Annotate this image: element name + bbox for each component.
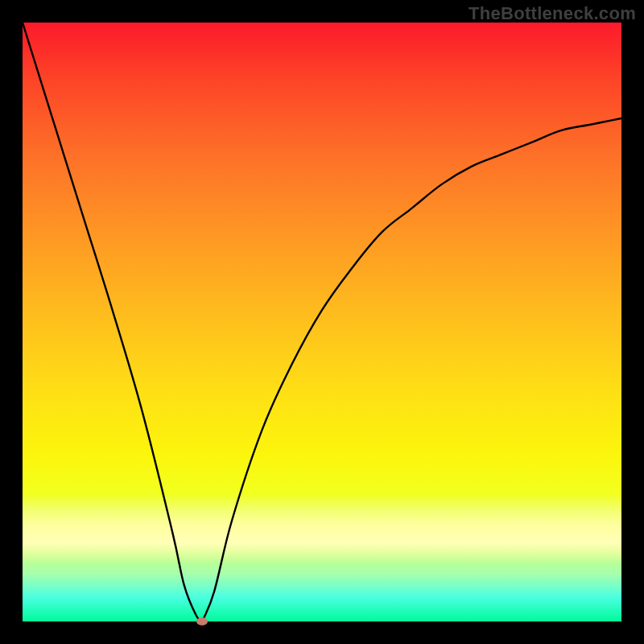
chart-frame: TheBottleneck.com — [0, 0, 644, 644]
curve-left-branch — [23, 23, 202, 621]
watermark-text: TheBottleneck.com — [469, 3, 636, 24]
curve-svg — [23, 23, 621, 621]
curve-right-branch — [202, 118, 621, 621]
plot-area — [23, 23, 621, 621]
minimum-marker — [196, 617, 208, 625]
